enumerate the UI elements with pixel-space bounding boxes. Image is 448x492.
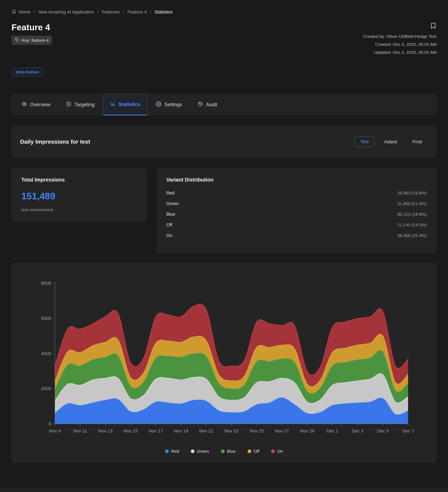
legend-item-off[interactable]: Off (248, 449, 260, 454)
variant-row: Blue 30,123 (19.9%) (166, 209, 427, 220)
legend-label: Green (197, 449, 209, 454)
page-header: Feature 4 Key: feature-4 Created by: Oli… (11, 22, 437, 55)
svg-text:6000: 6000 (41, 316, 51, 321)
chart-legend: Red Green Blue Off On (22, 449, 426, 454)
bookmark-icon (430, 22, 437, 29)
svg-text:Nov 15: Nov 15 (124, 428, 138, 433)
tab-label: Targeting (74, 102, 94, 107)
legend-label: Blue (227, 449, 236, 454)
svg-text:Nov 27: Nov 27 (275, 428, 289, 433)
home-icon (11, 9, 16, 15)
breadcrumb-statistics: Statistics (155, 10, 173, 15)
legend-dot (191, 450, 195, 453)
tab-label: Overview (30, 102, 50, 107)
variant-row: On 38,408 (25.4%) (166, 230, 427, 241)
variant-row: Red 29,963 (19.8%) (166, 188, 427, 198)
impressions-area-chart: 02000400060008000Nov 9Nov 11Nov 13Nov 15… (22, 272, 426, 446)
svg-text:Dec 7: Dec 7 (402, 428, 414, 433)
env-button-adasd[interactable]: Adasd (378, 136, 403, 147)
variant-label: Red (166, 190, 175, 196)
svg-text:Nov 9: Nov 9 (49, 428, 61, 433)
svg-text:Nov 25: Nov 25 (250, 428, 264, 433)
variant-value: 38,408 (25.4%) (397, 233, 427, 238)
legend-item-red[interactable]: Red (165, 449, 179, 454)
total-impressions-subtitle: test environment (21, 207, 137, 212)
svg-text:0: 0 (49, 421, 51, 426)
gear-icon (156, 101, 161, 108)
legend-dot (165, 450, 169, 453)
eye-icon (21, 101, 27, 108)
created-by-text: Created by: Oliver Oldfield-Hodge Test (363, 34, 437, 39)
breadcrumb-separator: / (123, 10, 124, 15)
breadcrumb-home[interactable]: Home (11, 9, 31, 15)
breadcrumb-separator: / (150, 10, 151, 15)
tabs-bar: Overview Targeting Statistics Settings A… (11, 94, 437, 115)
legend-item-green[interactable]: Green (191, 449, 209, 454)
variant-value: 30,123 (19.9%) (397, 212, 427, 217)
footer-strip (0, 488, 448, 492)
variant-label: Off (166, 222, 172, 228)
svg-text:Dec 3: Dec 3 (352, 428, 364, 433)
svg-text:Dec 1: Dec 1 (327, 428, 338, 433)
breadcrumb-application[interactable]: New Amazing AI Application (38, 10, 94, 15)
tab-overview[interactable]: Overview (14, 94, 58, 115)
bookmark-button[interactable] (430, 22, 437, 30)
variant-rows: Red 29,963 (19.8%) Green 31,850 (21.0%) … (166, 188, 427, 241)
variant-value: 21,145 (14.0%) (397, 223, 427, 227)
target-icon (66, 101, 72, 108)
variant-label: Green (166, 201, 179, 206)
total-impressions-title: Total Impressions (21, 177, 137, 183)
daily-impressions-panel: Daily Impressions for test Test Adasd Pr… (11, 126, 437, 158)
updated-text: Updated: Dec 4, 2025, 06:02 AM (374, 50, 437, 55)
breadcrumb-separator: / (97, 10, 99, 15)
svg-text:Nov 23: Nov 23 (224, 428, 239, 433)
svg-text:Nov 17: Nov 17 (149, 428, 163, 433)
breadcrumb-separator: / (34, 10, 35, 15)
variant-distribution-title: Variant Distribution (166, 177, 427, 183)
copy-icon (15, 37, 19, 43)
legend-label: Red (171, 449, 179, 454)
legend-item-blue[interactable]: Blue (221, 449, 236, 454)
breadcrumb-features[interactable]: Features (102, 10, 120, 15)
tab-audit[interactable]: Audit (190, 94, 224, 115)
history-icon (198, 101, 203, 108)
legend-item-on[interactable]: On (271, 449, 283, 454)
legend-label: On (277, 449, 283, 454)
variant-row: Off 21,145 (14.0%) (166, 220, 427, 230)
breadcrumb: Home / New Amazing AI Application / Feat… (11, 9, 437, 15)
total-impressions-value: 151,489 (21, 191, 137, 202)
svg-text:Nov 11: Nov 11 (73, 428, 87, 433)
variant-row: Green 31,850 (21.0%) (166, 198, 427, 209)
tab-targeting[interactable]: Targeting (59, 94, 102, 115)
tab-settings[interactable]: Settings (149, 94, 189, 115)
legend-dot (221, 450, 225, 453)
variant-value: 31,850 (21.0%) (397, 201, 427, 206)
svg-text:Dec 5: Dec 5 (377, 428, 389, 433)
feature-meta: Created by: Oliver Oldfield-Hodge Test C… (363, 34, 437, 55)
svg-text:8000: 8000 (41, 281, 51, 286)
env-button-test[interactable]: Test (354, 136, 375, 147)
svg-text:Nov 29: Nov 29 (300, 428, 314, 433)
page-title: Feature 4 (11, 22, 52, 32)
variant-value: 29,963 (19.8%) (397, 191, 427, 195)
breadcrumb-feature-4[interactable]: Feature 4 (127, 10, 147, 15)
tag-beta-feature[interactable]: beta-feature (11, 68, 43, 77)
created-text: Created: Dec 4, 2025, 06:02 AM (375, 42, 437, 47)
bar-chart-icon (110, 101, 116, 108)
legend-dot (271, 450, 275, 453)
variant-label: On (166, 233, 172, 238)
svg-text:Nov 13: Nov 13 (98, 428, 113, 433)
environment-switcher: Test Adasd Prod (354, 136, 428, 147)
tab-statistics[interactable]: Statistics (103, 94, 148, 115)
tab-label: Audit (206, 102, 217, 107)
variant-distribution-card: Variant Distribution Red 29,963 (19.8%) … (156, 167, 437, 253)
env-button-prod[interactable]: Prod (407, 136, 428, 147)
impressions-chart-panel: 02000400060008000Nov 9Nov 11Nov 13Nov 15… (11, 263, 437, 463)
variant-label: Blue (166, 212, 175, 217)
feature-key-chip[interactable]: Key: feature-4 (11, 36, 52, 45)
impressions-panel-title: Daily Impressions for test (20, 139, 90, 145)
legend-label: Off (254, 449, 260, 454)
feature-key-label: Key: feature-4 (22, 38, 49, 43)
svg-text:Nov 21: Nov 21 (199, 428, 213, 433)
tab-label: Settings (164, 102, 182, 107)
